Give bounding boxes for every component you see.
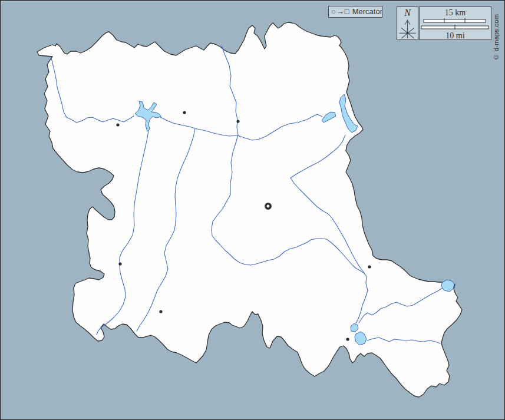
scale-mi-label: 10 mi [420, 31, 491, 41]
city-dot [159, 310, 162, 313]
scale-bar [424, 19, 486, 22]
city-dot [116, 123, 119, 126]
city-dot [368, 265, 371, 268]
city-dot [183, 111, 186, 114]
credit-text: © d-maps.com [493, 8, 502, 61]
scale-bars [420, 18, 491, 31]
scale-panel: 15 km 10 mi [419, 6, 491, 40]
north-label: N [404, 8, 411, 18]
city-dot [118, 262, 121, 265]
projection-transform-icon: ○→□ [331, 6, 350, 17]
projection-panel: ○→□ Mercator [328, 6, 382, 18]
scale-km-label: 15 km [420, 8, 491, 18]
projection-label: Mercator [352, 6, 382, 17]
map-stage: ○→□ Mercator N 15 km 10 mi © d-maps.com [0, 0, 505, 420]
city-dot [236, 120, 239, 123]
map-canvas [1, 1, 505, 420]
compass-panel: N [397, 6, 418, 40]
city-dot [346, 338, 349, 340]
compass-rose-icon [398, 18, 417, 39]
capital-ring [266, 204, 270, 209]
